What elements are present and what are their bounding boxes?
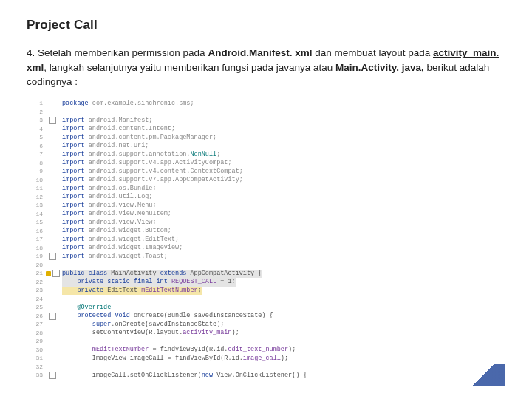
line-number: 30 <box>30 347 43 355</box>
code-line: 3-import android.Manifest; <box>30 117 505 126</box>
code-text: mEditTextNumber = findViewById(R.id.edit… <box>62 346 296 354</box>
line-number: 5 <box>30 134 43 142</box>
line-number: 25 <box>30 304 43 312</box>
code-text: import android.Manifest; <box>62 117 152 125</box>
code-screenshot: 1package com.example.sinchronic.sms;23-i… <box>27 100 505 381</box>
line-number: 22 <box>30 279 43 287</box>
code-line: 23 private EditText mEditTextNumber; <box>30 287 505 296</box>
code-text: private EditText mEditTextNumber; <box>62 287 202 295</box>
page-title: Project Call <box>27 18 505 33</box>
code-text: import android.view.Menu; <box>62 202 157 210</box>
code-text: package com.example.sinchronic.sms; <box>62 100 194 108</box>
code-line: 32 <box>30 363 505 372</box>
code-line: 9import android.support.v4.content.Conte… <box>30 168 505 177</box>
code-line: 17import android.widget.EditText; <box>30 236 505 245</box>
line-number: 21 <box>30 270 43 278</box>
line-number: 13 <box>30 202 43 210</box>
line-number: 28 <box>30 330 43 338</box>
code-line: 18import android.widget.ImageView; <box>30 244 505 253</box>
line-number: 2 <box>30 109 43 117</box>
line-number: 33 <box>30 372 43 380</box>
line-number: 18 <box>30 245 43 253</box>
code-line: 7import android.support.annotation.NonNu… <box>30 151 505 160</box>
fold-icon: - <box>49 117 56 124</box>
code-line: 1package com.example.sinchronic.sms; <box>30 100 505 109</box>
line-number: 17 <box>30 236 43 244</box>
code-line: 10import android.support.v7.app.AppCompa… <box>30 176 505 185</box>
code-line: 13import android.view.Menu; <box>30 202 505 211</box>
code-line: 21-public class MainActivity extends App… <box>30 270 505 279</box>
fold-icon: - <box>49 253 56 260</box>
code-text: import android.content.pm.PackageManager… <box>62 134 216 142</box>
line-number: 31 <box>30 355 43 363</box>
line-number: 9 <box>30 168 43 176</box>
code-line: 29 <box>30 338 505 347</box>
code-line: 14import android.view.MenuItem; <box>30 210 505 219</box>
text-bold: Android.Manifest. xml <box>208 47 312 58</box>
code-line: 8import android.support.v4.app.ActivityC… <box>30 159 505 168</box>
code-line: 6import android.net.Uri; <box>30 142 505 151</box>
code-text: import android.net.Uri; <box>62 142 149 150</box>
code-line: 4import android.content.Intent; <box>30 125 505 134</box>
code-text: ImageView imageCall = findViewById(R.id.… <box>62 355 288 363</box>
code-text: @Override <box>62 304 111 312</box>
code-line: 24 <box>30 295 505 304</box>
code-text: import android.widget.EditText; <box>62 236 179 244</box>
code-line: 30 mEditTextNumber = findViewById(R.id.e… <box>30 346 505 355</box>
code-line: 15import android.view.View; <box>30 219 505 228</box>
line-number: 12 <box>30 194 43 202</box>
code-text: protected void onCreate(Bundle savedInst… <box>62 312 273 320</box>
line-number: 6 <box>30 143 43 151</box>
text-bold: Main.Activity. java, <box>335 62 424 73</box>
code-line: 22 private static final int REQUEST_CALL… <box>30 278 505 287</box>
code-line: 27 super.onCreate(savedInstanceState); <box>30 321 505 330</box>
line-number: 16 <box>30 228 43 236</box>
line-number: 1 <box>30 100 43 108</box>
code-text: setContentView(R.layout.activity_main); <box>62 329 239 337</box>
code-text: super.onCreate(savedInstanceState); <box>62 321 224 329</box>
code-line: 31 ImageView imageCall = findViewById(R.… <box>30 355 505 364</box>
code-text: import android.support.v7.app.AppCompatA… <box>62 176 243 184</box>
code-line: 12import android.util.Log; <box>30 193 505 202</box>
line-number: 20 <box>30 262 43 270</box>
line-number: 8 <box>30 160 43 168</box>
code-text: import android.widget.ImageView; <box>62 244 183 252</box>
code-text: import android.support.annotation.NonNul… <box>62 151 220 159</box>
code-text: import android.view.View; <box>62 219 157 227</box>
fold-icon: - <box>49 372 56 379</box>
code-line: 2 <box>30 108 505 117</box>
text: 4. Setelah memberikan permission pada <box>27 47 208 58</box>
code-text: import android.content.Intent; <box>62 125 175 133</box>
fold-icon: - <box>49 313 56 320</box>
fold-icon: - <box>52 270 60 277</box>
line-number: 11 <box>30 185 43 193</box>
line-number: 24 <box>30 296 43 304</box>
slide-corner-decoration <box>461 364 505 386</box>
warning-icon <box>46 271 51 276</box>
code-line: 5import android.content.pm.PackageManage… <box>30 134 505 143</box>
line-number: 26 <box>30 313 43 321</box>
code-text: import android.os.Bundle; <box>62 185 157 193</box>
gutter: - <box>43 253 62 260</box>
gutter: - <box>43 270 62 277</box>
code-text: import android.support.v4.content.Contex… <box>62 168 243 176</box>
gutter: - <box>43 117 62 124</box>
code-text: private static final int REQUEST_CALL = … <box>62 278 236 286</box>
code-line: 20 <box>30 261 505 270</box>
code-text: import android.support.v4.app.ActivityCo… <box>62 159 232 167</box>
gutter: - <box>43 372 62 379</box>
line-number: 4 <box>30 126 43 134</box>
instruction-paragraph: 4. Setelah memberikan permission pada An… <box>27 46 505 89</box>
code-text: import android.view.MenuItem; <box>62 210 171 218</box>
code-text: import android.widget.Toast; <box>62 253 168 261</box>
line-number: 15 <box>30 219 43 227</box>
code-text: import android.util.Log; <box>62 193 152 201</box>
line-number: 32 <box>30 364 43 372</box>
code-line: 25 @Override <box>30 304 505 313</box>
code-text: public class MainActivity extends AppCom… <box>62 270 262 278</box>
gutter: - <box>43 313 62 320</box>
code-line: 26- protected void onCreate(Bundle saved… <box>30 312 505 321</box>
line-number: 19 <box>30 253 43 261</box>
code-line: 33- imageCall.setOnClickListener(new Vie… <box>30 372 505 381</box>
code-line: 11import android.os.Bundle; <box>30 185 505 194</box>
